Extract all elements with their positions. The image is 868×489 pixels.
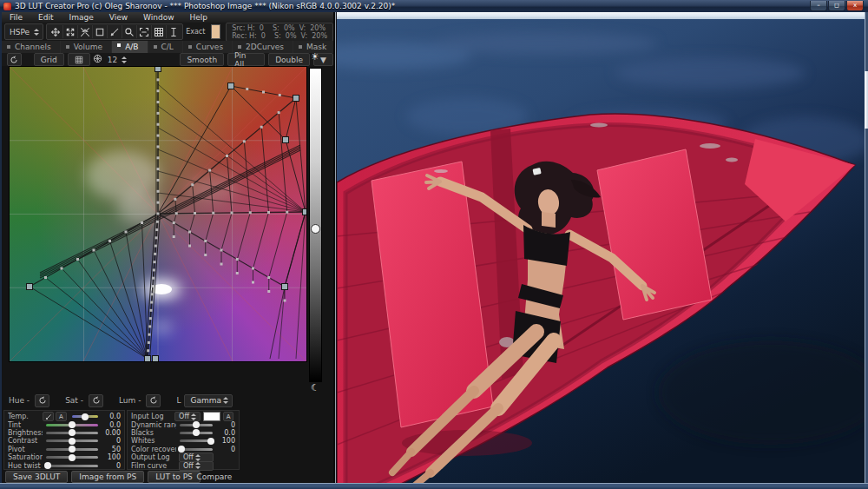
- scrollbar-thumb[interactable]: [865, 71, 868, 129]
- dropdown-filmcurve[interactable]: Off: [179, 461, 214, 471]
- subdivision-spinner[interactable]: [122, 55, 127, 65]
- tab-bullet: [7, 45, 10, 49]
- slider-handle[interactable]: [193, 429, 200, 436]
- collapse-icon[interactable]: [78, 25, 93, 38]
- slider-handle[interactable]: [82, 413, 89, 420]
- slider-track[interactable]: [46, 439, 98, 442]
- photo-image: [337, 19, 865, 483]
- slider-handle[interactable]: [69, 421, 76, 428]
- tab-channels[interactable]: Channels: [2, 41, 61, 53]
- frame-icon[interactable]: [137, 25, 152, 38]
- grid-button-smooth[interactable]: Smooth: [180, 53, 224, 66]
- image-preview[interactable]: [337, 19, 865, 483]
- slider-handle[interactable]: [193, 421, 200, 428]
- tab-cl[interactable]: C/L: [148, 41, 183, 53]
- reset-button-sat[interactable]: [89, 394, 103, 407]
- slider-handle[interactable]: [178, 446, 185, 453]
- dropdown-spinner[interactable]: [195, 460, 201, 471]
- maximize-button[interactable]: ◻: [828, 1, 845, 11]
- title-bar[interactable]: 3D LUT Creator Pro (c) Oleg Sharonov - *…: [0, 0, 868, 12]
- tab-ab[interactable]: A/B: [112, 41, 148, 53]
- tab-bullet: [188, 45, 192, 49]
- slider-value: 0.0: [102, 421, 121, 429]
- move-icon[interactable]: [49, 25, 63, 38]
- slider-track[interactable]: [180, 448, 213, 451]
- grid-button-double[interactable]: Double: [268, 53, 310, 66]
- slider-value: 0: [102, 462, 121, 470]
- panel-divider[interactable]: [333, 12, 337, 483]
- menu-item-image[interactable]: Image: [62, 13, 102, 22]
- pen-icon[interactable]: [108, 25, 122, 38]
- control-label: Color recover: [131, 446, 176, 453]
- slider-row-temp: Temp.A0.0: [8, 413, 121, 420]
- menu-item-edit[interactable]: Edit: [30, 13, 61, 22]
- color-swatch[interactable]: [211, 24, 220, 39]
- minimize-button[interactable]: –: [810, 1, 827, 11]
- menu-item-view[interactable]: View: [102, 13, 135, 22]
- slider-track[interactable]: [46, 432, 98, 434]
- slider-track[interactable]: [46, 424, 98, 426]
- marquee-icon[interactable]: [93, 25, 108, 38]
- grid-density-button[interactable]: [68, 53, 90, 66]
- ab-mesh[interactable]: [10, 67, 306, 361]
- slider-handle[interactable]: [44, 462, 51, 469]
- slider-handle[interactable]: [69, 454, 76, 461]
- adjust-reset-row: Hue -Sat -Lum -LGamma: [2, 393, 333, 408]
- tab-volume[interactable]: Volume: [61, 41, 112, 53]
- grid-icon[interactable]: [152, 25, 167, 38]
- slider-handle[interactable]: [69, 429, 76, 436]
- slider-handle[interactable]: [69, 438, 76, 445]
- auto-button[interactable]: A: [56, 412, 67, 421]
- reset-button-hue[interactable]: [35, 394, 49, 407]
- dropdown-inputlog[interactable]: Off: [174, 412, 201, 421]
- ibeam-icon[interactable]: [167, 25, 181, 38]
- grid-options-row: Grid12SmoothPin AllDouble▼: [2, 53, 333, 66]
- mode-select[interactable]: HSPe: [4, 23, 43, 40]
- tab-label: 2DCurves: [246, 43, 284, 51]
- tab-bullet: [154, 45, 157, 49]
- zoom-icon[interactable]: [122, 25, 137, 38]
- slider-track[interactable]: [46, 448, 98, 451]
- slider-track[interactable]: [46, 456, 98, 459]
- lightness-slider[interactable]: [309, 68, 322, 382]
- grid-toggle-button[interactable]: Grid: [34, 53, 64, 66]
- menu-item-help[interactable]: Help: [182, 13, 216, 22]
- control-label: Blacks: [131, 429, 176, 437]
- button-save-3dlut[interactable]: Save 3DLUT: [5, 471, 68, 483]
- slider-track[interactable]: [46, 465, 98, 467]
- control-label: Dynamic range: [131, 421, 176, 429]
- menu-item-file[interactable]: File: [2, 13, 30, 22]
- compare-button[interactable]: Compare: [175, 472, 253, 481]
- tab-curves[interactable]: Curves: [183, 41, 233, 53]
- gamma-spinner[interactable]: [223, 395, 228, 406]
- mesh-reset-button[interactable]: [7, 53, 22, 66]
- mode-spinner[interactable]: [34, 27, 39, 37]
- lightness-handle[interactable]: [311, 224, 320, 234]
- close-button[interactable]: x: [846, 1, 864, 11]
- slider-track[interactable]: [180, 424, 213, 426]
- expand-icon[interactable]: [63, 25, 78, 38]
- dropdown-value: Off: [183, 453, 194, 461]
- slider-track[interactable]: [180, 439, 213, 442]
- auto-button[interactable]: A: [223, 412, 233, 421]
- slider-track[interactable]: [72, 415, 98, 418]
- eyedropper-icon[interactable]: [43, 412, 54, 421]
- tab-bullet: [299, 45, 302, 49]
- l-label: L: [176, 396, 181, 405]
- mode-label: HSPe: [7, 28, 32, 36]
- log-sliders-group: Input LogOffADynamic range0Blacks0.0Whit…: [127, 410, 240, 470]
- dropdown-spinner[interactable]: [191, 412, 196, 422]
- grid-button-pinall[interactable]: Pin All: [227, 53, 265, 66]
- slider-label: Saturation: [8, 453, 43, 461]
- slider-handle[interactable]: [207, 438, 214, 445]
- reset-button-lum[interactable]: [146, 394, 161, 407]
- sun-icon[interactable]: ☀: [307, 51, 323, 63]
- white-point-swatch[interactable]: [203, 412, 220, 421]
- slider-track[interactable]: [180, 432, 213, 434]
- menu-item-window[interactable]: Window: [135, 13, 182, 22]
- ab-color-field[interactable]: [9, 66, 307, 362]
- gamma-dropdown[interactable]: Gamma: [184, 394, 233, 407]
- slider-label: Hue twist: [8, 462, 43, 470]
- button-image-from-ps[interactable]: Image from PS: [71, 471, 144, 483]
- slider-handle[interactable]: [69, 446, 76, 453]
